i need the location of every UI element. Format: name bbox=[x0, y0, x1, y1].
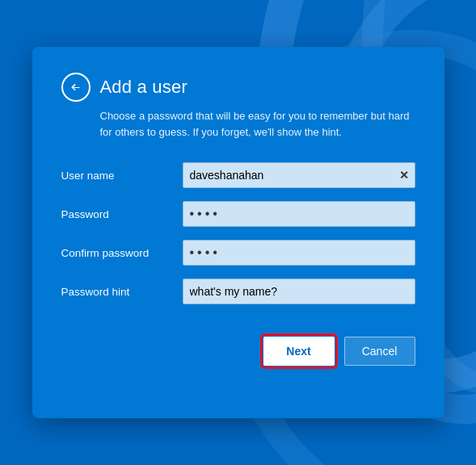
password-input[interactable] bbox=[183, 201, 415, 227]
add-user-dialog: Add a user Choose a password that will b… bbox=[32, 47, 444, 418]
back-icon bbox=[69, 80, 83, 94]
password-row: Password bbox=[61, 201, 415, 227]
confirm-password-input-wrap bbox=[183, 240, 415, 266]
confirm-password-input[interactable] bbox=[183, 240, 415, 266]
password-input-wrap bbox=[183, 201, 415, 227]
username-label: User name bbox=[61, 170, 183, 182]
cancel-button[interactable]: Cancel bbox=[344, 337, 415, 366]
back-button[interactable] bbox=[61, 73, 91, 102]
password-hint-label: Password hint bbox=[61, 286, 183, 298]
password-hint-input-wrap bbox=[183, 279, 415, 304]
password-label: Password bbox=[61, 208, 183, 220]
username-row: User name ✕ bbox=[61, 162, 415, 188]
password-hint-row: Password hint bbox=[61, 279, 415, 304]
clear-username-button[interactable]: ✕ bbox=[398, 170, 411, 181]
username-input[interactable] bbox=[183, 162, 415, 188]
password-hint-input[interactable] bbox=[183, 279, 415, 304]
dialog-footer: Next Cancel bbox=[61, 337, 415, 366]
user-form: User name ✕ Password Confirm password Pa… bbox=[61, 162, 415, 304]
page-title: Add a user bbox=[100, 77, 187, 98]
confirm-password-row: Confirm password bbox=[61, 240, 415, 266]
confirm-password-label: Confirm password bbox=[61, 247, 183, 259]
dialog-subtitle: Choose a password that will be easy for … bbox=[61, 108, 415, 140]
username-input-wrap: ✕ bbox=[183, 162, 415, 188]
next-button[interactable]: Next bbox=[263, 337, 335, 366]
dialog-header: Add a user bbox=[61, 73, 415, 102]
